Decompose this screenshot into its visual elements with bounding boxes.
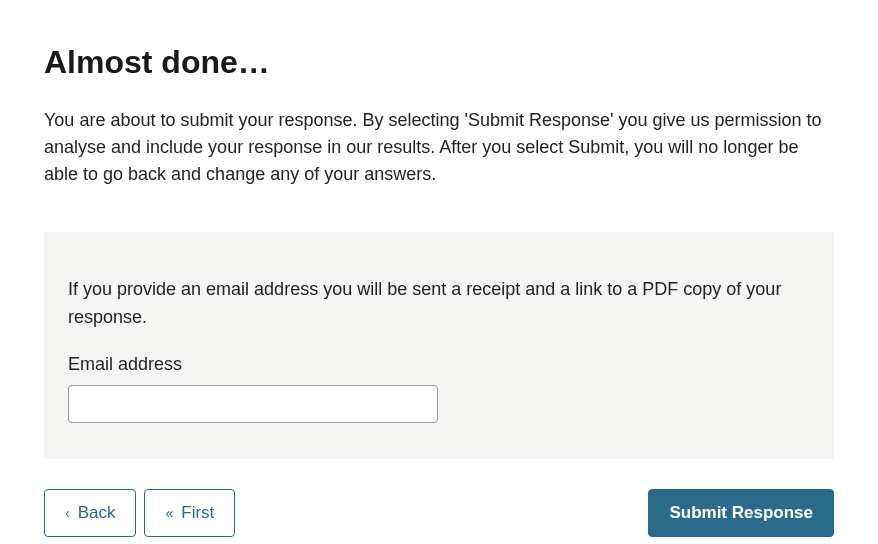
submit-button-label: Submit Response bbox=[669, 503, 813, 523]
double-chevron-left-icon: « bbox=[165, 506, 173, 520]
back-button[interactable]: ‹ Back bbox=[44, 489, 136, 537]
back-button-label: Back bbox=[78, 503, 116, 523]
email-input[interactable] bbox=[68, 385, 438, 423]
page-title: Almost done… bbox=[44, 44, 834, 81]
first-button-label: First bbox=[181, 503, 214, 523]
chevron-left-icon: ‹ bbox=[65, 506, 70, 520]
first-button[interactable]: « First bbox=[144, 489, 235, 537]
email-panel: If you provide an email address you will… bbox=[44, 232, 834, 459]
button-row: ‹ Back « First Submit Response bbox=[44, 489, 834, 537]
intro-text: You are about to submit your response. B… bbox=[44, 107, 834, 188]
email-help-text: If you provide an email address you will… bbox=[68, 276, 808, 332]
nav-buttons-left: ‹ Back « First bbox=[44, 489, 235, 537]
submit-button[interactable]: Submit Response bbox=[648, 489, 834, 537]
email-label: Email address bbox=[68, 354, 810, 375]
